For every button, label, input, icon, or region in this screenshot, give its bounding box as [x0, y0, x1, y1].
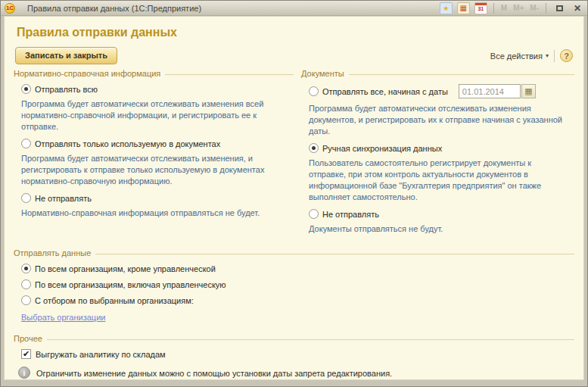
radio-button[interactable]: [21, 193, 31, 203]
radio-label: Отправлять все, начиная с даты: [322, 87, 448, 96]
radio-label: С отбором по выбранным организациям:: [35, 296, 194, 305]
option-description: Программа будет автоматически отслеживат…: [21, 98, 285, 133]
radio-option-docs-manual-sync[interactable]: Ручная синхронизация данных: [309, 143, 574, 153]
info-row: i Ограничить изменение данных можно с по…: [18, 367, 574, 379]
group-line: [95, 254, 574, 254]
memory-m-plus-button[interactable]: M+: [512, 4, 524, 12]
radio-option-nsi-used-only[interactable]: Отправлять только используемую в докумен…: [21, 139, 294, 148]
memory-m-button[interactable]: M: [500, 4, 508, 12]
radio-option-all-orgs-including-managerial[interactable]: По всем организациям, включая управленче…: [21, 279, 574, 289]
form-content: Правила отправки данных Записать и закры…: [4, 16, 584, 380]
group-misc: Прочее ✔ Выгружать аналитику по складам …: [14, 334, 574, 380]
calendar-icon-number: 31: [478, 5, 484, 13]
radio-option-all-orgs-except-managerial[interactable]: По всем организациям, кроме управленческ…: [21, 264, 574, 273]
checkbox-label: Выгружать аналитику по складам: [36, 350, 166, 359]
app-window: 1С Правила отправки данных (1С:Предприят…: [0, 0, 588, 387]
radio-button[interactable]: [21, 139, 31, 148]
radio-label: Отправлять только используемую в докумен…: [35, 139, 220, 148]
radio-label: Не отправлять: [35, 194, 92, 203]
chevron-down-icon: ▾: [546, 52, 549, 59]
all-actions-label: Все действия: [490, 51, 543, 61]
window-bottom-frame: [1, 380, 587, 386]
radio-button[interactable]: [309, 143, 319, 153]
radio-option-docs-send-from-date[interactable]: Отправлять все, начиная с даты ▦: [309, 84, 574, 98]
info-icon: i: [18, 367, 30, 379]
option-description: Программа будет автоматически отслеживат…: [309, 103, 565, 137]
date-picker-button[interactable]: ▦: [521, 84, 536, 98]
titlebar-separator: [546, 3, 546, 14]
1c-logo-icon: 1С: [5, 3, 15, 14]
radio-option-nsi-dont-send[interactable]: Не отправлять: [21, 193, 294, 203]
favorites-icon[interactable]: ★: [440, 2, 453, 14]
group-send-data: Отправлять данные По всем организациям, …: [14, 248, 574, 323]
titlebar: 1С Правила отправки данных (1С:Предприят…: [1, 1, 587, 16]
radio-button[interactable]: [21, 295, 31, 305]
group-line: [47, 339, 574, 340]
select-organizations-link[interactable]: Выбрать организации: [21, 313, 105, 322]
maximize-button[interactable]: [552, 2, 566, 14]
close-button[interactable]: ✕: [571, 2, 584, 14]
calendar-icon[interactable]: 31: [474, 2, 487, 14]
radio-label: Отправлять всю: [35, 85, 98, 94]
radio-option-docs-dont-send[interactable]: Не отправлять: [309, 209, 574, 219]
option-description: Нормативно-справочная информация отправл…: [21, 208, 285, 219]
checkbox-option-warehouse-analytics[interactable]: ✔ Выгружать аналитику по складам: [21, 349, 574, 359]
page-title: Правила отправки данных: [17, 26, 574, 39]
titlebar-separator: [493, 3, 494, 14]
start-date-field[interactable]: [459, 84, 521, 98]
radio-button[interactable]: [21, 84, 31, 94]
radio-button[interactable]: [309, 209, 319, 219]
group-misc-title: Прочее: [14, 334, 47, 343]
info-text: Ограничить изменение данных можно с помо…: [36, 367, 392, 379]
all-actions-button[interactable]: Все действия ▾: [490, 51, 549, 61]
calculator-icon[interactable]: ▦: [457, 2, 470, 14]
group-documents: Документы Отправлять все, начиная с даты…: [301, 69, 574, 238]
group-line: [165, 74, 294, 75]
radio-label: Не отправлять: [322, 210, 379, 219]
save-and-close-button[interactable]: Записать и закрыть: [15, 47, 117, 64]
radio-button[interactable]: [309, 86, 319, 96]
group-documents-title: Документы: [301, 69, 349, 78]
group-nsi: Нормативно-справочная информация Отправл…: [14, 69, 294, 238]
radio-label: По всем организациям, кроме управленческ…: [35, 264, 216, 273]
option-description: Пользователь самостоятельно регистрирует…: [309, 158, 565, 203]
radio-option-selected-orgs[interactable]: С отбором по выбранным организациям:: [21, 295, 574, 305]
group-line: [349, 74, 574, 75]
checkbox[interactable]: ✔: [21, 349, 31, 359]
memory-m-minus-button[interactable]: M-: [529, 4, 540, 12]
radio-option-nsi-send-all[interactable]: Отправлять всю: [21, 84, 294, 94]
group-nsi-title: Нормативно-справочная информация: [14, 69, 165, 78]
window-title: Правила отправки данных (1С:Предприятие): [27, 4, 440, 13]
help-button[interactable]: ?: [560, 49, 573, 62]
maximize-icon: [556, 5, 563, 11]
option-description: Документы отправляться не будут.: [309, 223, 565, 235]
radio-label: Ручная синхронизация данных: [322, 144, 442, 153]
radio-button[interactable]: [21, 264, 31, 273]
option-description: Программа будет автоматически отслеживат…: [21, 153, 285, 187]
radio-label: По всем организациям, включая управленче…: [35, 280, 226, 289]
group-send-data-title: Отправлять данные: [14, 248, 95, 257]
toolbar: Записать и закрыть Все действия ▾ ?: [15, 47, 573, 64]
radio-button[interactable]: [21, 279, 31, 289]
toolbar-separator: [554, 50, 555, 62]
